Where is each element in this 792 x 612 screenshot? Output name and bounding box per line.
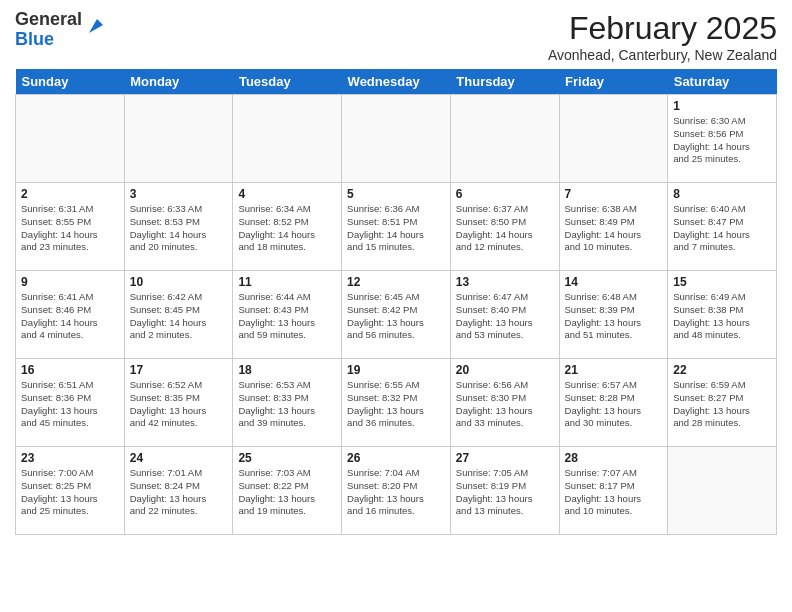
- calendar-cell: [233, 95, 342, 183]
- day-number: 27: [456, 451, 554, 465]
- calendar-cell: [16, 95, 125, 183]
- day-header-monday: Monday: [124, 69, 233, 95]
- day-header-friday: Friday: [559, 69, 668, 95]
- svg-marker-0: [89, 19, 103, 33]
- calendar-cell: 20Sunrise: 6:56 AM Sunset: 8:30 PM Dayli…: [450, 359, 559, 447]
- day-info: Sunrise: 6:48 AM Sunset: 8:39 PM Dayligh…: [565, 291, 663, 342]
- day-info: Sunrise: 6:30 AM Sunset: 8:56 PM Dayligh…: [673, 115, 771, 166]
- logo-general: General: [15, 9, 82, 29]
- page: General Blue February 2025 Avonhead, Can…: [0, 0, 792, 612]
- calendar-cell: 2Sunrise: 6:31 AM Sunset: 8:55 PM Daylig…: [16, 183, 125, 271]
- calendar-cell: 18Sunrise: 6:53 AM Sunset: 8:33 PM Dayli…: [233, 359, 342, 447]
- day-info: Sunrise: 7:03 AM Sunset: 8:22 PM Dayligh…: [238, 467, 336, 518]
- calendar-cell: 4Sunrise: 6:34 AM Sunset: 8:52 PM Daylig…: [233, 183, 342, 271]
- day-info: Sunrise: 6:45 AM Sunset: 8:42 PM Dayligh…: [347, 291, 445, 342]
- day-info: Sunrise: 6:42 AM Sunset: 8:45 PM Dayligh…: [130, 291, 228, 342]
- day-number: 1: [673, 99, 771, 113]
- calendar-title: February 2025: [548, 10, 777, 47]
- day-number: 13: [456, 275, 554, 289]
- calendar-cell: 6Sunrise: 6:37 AM Sunset: 8:50 PM Daylig…: [450, 183, 559, 271]
- week-row-4: 16Sunrise: 6:51 AM Sunset: 8:36 PM Dayli…: [16, 359, 777, 447]
- calendar-cell: 11Sunrise: 6:44 AM Sunset: 8:43 PM Dayli…: [233, 271, 342, 359]
- day-number: 28: [565, 451, 663, 465]
- day-number: 16: [21, 363, 119, 377]
- day-header-tuesday: Tuesday: [233, 69, 342, 95]
- day-info: Sunrise: 6:59 AM Sunset: 8:27 PM Dayligh…: [673, 379, 771, 430]
- day-number: 3: [130, 187, 228, 201]
- day-info: Sunrise: 7:00 AM Sunset: 8:25 PM Dayligh…: [21, 467, 119, 518]
- day-number: 11: [238, 275, 336, 289]
- calendar-subtitle: Avonhead, Canterbury, New Zealand: [548, 47, 777, 63]
- day-info: Sunrise: 6:38 AM Sunset: 8:49 PM Dayligh…: [565, 203, 663, 254]
- day-info: Sunrise: 7:01 AM Sunset: 8:24 PM Dayligh…: [130, 467, 228, 518]
- week-row-1: 1Sunrise: 6:30 AM Sunset: 8:56 PM Daylig…: [16, 95, 777, 183]
- week-row-2: 2Sunrise: 6:31 AM Sunset: 8:55 PM Daylig…: [16, 183, 777, 271]
- day-number: 25: [238, 451, 336, 465]
- day-info: Sunrise: 6:49 AM Sunset: 8:38 PM Dayligh…: [673, 291, 771, 342]
- day-header-sunday: Sunday: [16, 69, 125, 95]
- day-info: Sunrise: 6:36 AM Sunset: 8:51 PM Dayligh…: [347, 203, 445, 254]
- calendar-cell: 22Sunrise: 6:59 AM Sunset: 8:27 PM Dayli…: [668, 359, 777, 447]
- calendar-cell: 1Sunrise: 6:30 AM Sunset: 8:56 PM Daylig…: [668, 95, 777, 183]
- day-info: Sunrise: 6:53 AM Sunset: 8:33 PM Dayligh…: [238, 379, 336, 430]
- day-number: 26: [347, 451, 445, 465]
- logo: General Blue: [15, 10, 107, 50]
- calendar-cell: [559, 95, 668, 183]
- day-number: 19: [347, 363, 445, 377]
- logo-text: General Blue: [15, 10, 82, 50]
- calendar-cell: 10Sunrise: 6:42 AM Sunset: 8:45 PM Dayli…: [124, 271, 233, 359]
- day-number: 20: [456, 363, 554, 377]
- day-number: 21: [565, 363, 663, 377]
- day-number: 14: [565, 275, 663, 289]
- day-number: 2: [21, 187, 119, 201]
- day-number: 8: [673, 187, 771, 201]
- calendar-cell: 21Sunrise: 6:57 AM Sunset: 8:28 PM Dayli…: [559, 359, 668, 447]
- day-info: Sunrise: 6:37 AM Sunset: 8:50 PM Dayligh…: [456, 203, 554, 254]
- day-info: Sunrise: 6:34 AM Sunset: 8:52 PM Dayligh…: [238, 203, 336, 254]
- calendar-cell: 19Sunrise: 6:55 AM Sunset: 8:32 PM Dayli…: [342, 359, 451, 447]
- week-row-3: 9Sunrise: 6:41 AM Sunset: 8:46 PM Daylig…: [16, 271, 777, 359]
- day-number: 6: [456, 187, 554, 201]
- day-number: 10: [130, 275, 228, 289]
- calendar-cell: 28Sunrise: 7:07 AM Sunset: 8:17 PM Dayli…: [559, 447, 668, 535]
- day-number: 12: [347, 275, 445, 289]
- day-info: Sunrise: 6:51 AM Sunset: 8:36 PM Dayligh…: [21, 379, 119, 430]
- day-number: 7: [565, 187, 663, 201]
- week-row-5: 23Sunrise: 7:00 AM Sunset: 8:25 PM Dayli…: [16, 447, 777, 535]
- day-info: Sunrise: 6:41 AM Sunset: 8:46 PM Dayligh…: [21, 291, 119, 342]
- day-header-wednesday: Wednesday: [342, 69, 451, 95]
- days-header-row: SundayMondayTuesdayWednesdayThursdayFrid…: [16, 69, 777, 95]
- day-number: 18: [238, 363, 336, 377]
- calendar-cell: 15Sunrise: 6:49 AM Sunset: 8:38 PM Dayli…: [668, 271, 777, 359]
- calendar-cell: 9Sunrise: 6:41 AM Sunset: 8:46 PM Daylig…: [16, 271, 125, 359]
- calendar-cell: 12Sunrise: 6:45 AM Sunset: 8:42 PM Dayli…: [342, 271, 451, 359]
- calendar-cell: 5Sunrise: 6:36 AM Sunset: 8:51 PM Daylig…: [342, 183, 451, 271]
- day-info: Sunrise: 6:47 AM Sunset: 8:40 PM Dayligh…: [456, 291, 554, 342]
- day-info: Sunrise: 6:57 AM Sunset: 8:28 PM Dayligh…: [565, 379, 663, 430]
- day-info: Sunrise: 7:04 AM Sunset: 8:20 PM Dayligh…: [347, 467, 445, 518]
- day-header-saturday: Saturday: [668, 69, 777, 95]
- calendar-cell: [450, 95, 559, 183]
- calendar-cell: [668, 447, 777, 535]
- day-number: 17: [130, 363, 228, 377]
- day-header-thursday: Thursday: [450, 69, 559, 95]
- day-number: 24: [130, 451, 228, 465]
- calendar-cell: [124, 95, 233, 183]
- day-info: Sunrise: 6:55 AM Sunset: 8:32 PM Dayligh…: [347, 379, 445, 430]
- logo-blue: Blue: [15, 29, 54, 49]
- calendar-cell: 3Sunrise: 6:33 AM Sunset: 8:53 PM Daylig…: [124, 183, 233, 271]
- calendar-cell: 25Sunrise: 7:03 AM Sunset: 8:22 PM Dayli…: [233, 447, 342, 535]
- day-number: 15: [673, 275, 771, 289]
- calendar-cell: 7Sunrise: 6:38 AM Sunset: 8:49 PM Daylig…: [559, 183, 668, 271]
- day-number: 23: [21, 451, 119, 465]
- day-number: 9: [21, 275, 119, 289]
- day-number: 5: [347, 187, 445, 201]
- title-block: February 2025 Avonhead, Canterbury, New …: [548, 10, 777, 63]
- calendar-cell: 24Sunrise: 7:01 AM Sunset: 8:24 PM Dayli…: [124, 447, 233, 535]
- calendar-table: SundayMondayTuesdayWednesdayThursdayFrid…: [15, 69, 777, 535]
- calendar-cell: 14Sunrise: 6:48 AM Sunset: 8:39 PM Dayli…: [559, 271, 668, 359]
- day-number: 22: [673, 363, 771, 377]
- logo-arrow-icon: [85, 15, 107, 37]
- day-info: Sunrise: 7:05 AM Sunset: 8:19 PM Dayligh…: [456, 467, 554, 518]
- calendar-cell: 26Sunrise: 7:04 AM Sunset: 8:20 PM Dayli…: [342, 447, 451, 535]
